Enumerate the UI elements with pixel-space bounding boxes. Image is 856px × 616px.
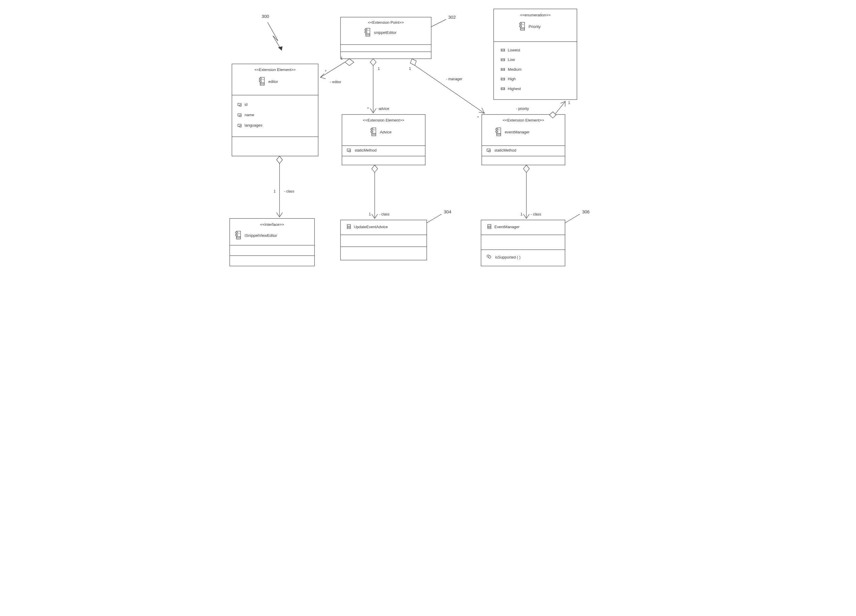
- editor-attr-languages: languages: [245, 123, 262, 128]
- svg-line-54: [415, 65, 484, 113]
- conn-editor-class: 1 - class: [274, 156, 294, 217]
- ref-302: 302: [448, 15, 456, 20]
- svg-text:1: 1: [568, 100, 570, 105]
- svg-marker-49: [370, 59, 376, 66]
- conn-advice-class: 1 - class: [369, 165, 390, 218]
- snippet-editor-stereotype: <<Extension Point>>: [368, 20, 404, 25]
- editor-attr-name: name: [245, 113, 254, 117]
- editor-role-label: - editor: [330, 80, 341, 84]
- editor-name: editor: [268, 79, 278, 84]
- ref-306: 306: [582, 209, 589, 214]
- isnippet-box: <<interface>> ISnippetViewEditor: [229, 218, 314, 266]
- event-manager-attr-static: staticMethod: [494, 148, 516, 152]
- svg-line-44: [565, 214, 580, 223]
- svg-line-21: [431, 19, 446, 27]
- svg-text:1: 1: [520, 212, 522, 216]
- svg-line-67: [555, 102, 565, 114]
- editor-box: <<Extension Element>> editor id name lan…: [232, 64, 318, 156]
- conn-editor: 1 * - editor: [320, 56, 354, 84]
- update-advice-box: UpdateEventAdvice: [340, 220, 426, 260]
- editor-stereotype: <<Extension Element>>: [254, 68, 296, 72]
- snippet-editor-box: <<Extension Point>> snippetEditor: [340, 17, 431, 59]
- advice-role-label: -advice: [377, 107, 389, 111]
- advice-name: Advice: [380, 130, 391, 134]
- priority-val-medium: Medium: [508, 67, 521, 72]
- conn-manager: 1 * - manager: [409, 59, 484, 120]
- svg-text:*: *: [367, 106, 369, 111]
- svg-marker-22: [278, 46, 282, 51]
- svg-marker-66: [549, 112, 556, 118]
- eventmgr-class-role-label: - class: [531, 212, 541, 216]
- priority-val-low: Low: [508, 57, 515, 62]
- svg-text:1: 1: [409, 66, 411, 71]
- svg-marker-60: [372, 165, 377, 172]
- svg-text:1: 1: [274, 189, 276, 194]
- svg-rect-41: [481, 220, 565, 266]
- editor-attr-id: id: [245, 102, 247, 107]
- svg-marker-53: [410, 59, 416, 66]
- uml-diagram: <I> <<Extension Point>> snippetEditor 30…: [214, 0, 642, 308]
- advice-attr-static: staticMethod: [354, 148, 376, 152]
- priority-val-high: High: [508, 77, 516, 81]
- conn-eventmgr-class: 1 - class: [520, 165, 541, 218]
- isnippet-stereotype: <<interface>>: [260, 222, 284, 227]
- editor-class-role-label: - class: [284, 189, 294, 194]
- event-manager-name: eventManager: [505, 130, 530, 134]
- priority-val-lowest: Lowest: [508, 48, 520, 52]
- priority-stereotype: <<enumeration>>: [520, 13, 551, 17]
- advice-stereotype: <<Extension Element>>: [363, 118, 404, 123]
- event-manager-box: <<Extension Element>> eventManager stati…: [482, 114, 565, 165]
- svg-text:*: *: [325, 69, 326, 74]
- priority-role-label: - priority: [516, 107, 529, 111]
- advice-class-role-label: - class: [379, 212, 390, 216]
- svg-text:*: *: [477, 115, 479, 120]
- conn-advice: 1 * -advice: [367, 59, 389, 113]
- ref-304: 304: [443, 209, 451, 214]
- svg-text:1: 1: [377, 66, 380, 71]
- svg-line-40: [426, 214, 442, 223]
- svg-marker-63: [523, 165, 529, 172]
- svg-rect-23: [232, 64, 318, 156]
- conn-priority: 1 - priority: [516, 100, 570, 118]
- event-mgr-class-box: EventManager isSupported ( ): [481, 220, 565, 266]
- advice-box: <<Extension Element>> Advice staticMetho…: [342, 114, 425, 165]
- svg-marker-57: [277, 156, 282, 163]
- svg-text:1: 1: [369, 212, 371, 216]
- priority-name: Priority: [528, 25, 540, 29]
- isnippet-name: ISnippetViewEditor: [245, 233, 277, 238]
- svg-marker-45: [345, 59, 354, 66]
- update-advice-name: UpdateEventAdvice: [354, 225, 388, 229]
- manager-role-label: - manager: [446, 77, 462, 81]
- ref-300: 300: [262, 14, 269, 19]
- event-manager-stereotype: <<Extension Element>>: [502, 118, 544, 123]
- svg-line-46: [320, 62, 345, 77]
- event-mgr-class-op: isSupported ( ): [495, 255, 520, 260]
- priority-val-highest: Highest: [508, 86, 520, 91]
- priority-box: <<enumeration>> Priority Lowest Low Medi…: [494, 9, 577, 100]
- svg-rect-26: [494, 9, 577, 100]
- svg-text:1: 1: [340, 56, 343, 60]
- event-mgr-class-name: EventManager: [494, 225, 519, 229]
- snippet-editor-name: snippetEditor: [374, 30, 397, 35]
